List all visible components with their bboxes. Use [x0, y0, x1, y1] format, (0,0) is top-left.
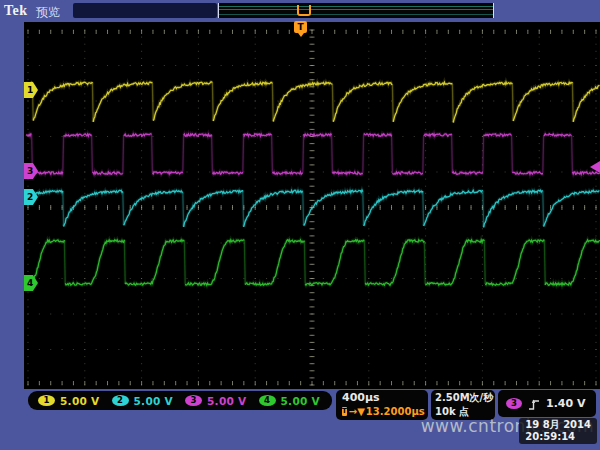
trigger-t-icon: T [342, 407, 347, 416]
channel-4-badge: 4 [259, 395, 276, 406]
record-view-trace-line [219, 14, 493, 15]
channel-readout-group: 2 5.00 V [112, 395, 186, 407]
trigger-readout-box: 3 1.40 V [498, 390, 596, 417]
bottom-status-bar: 1 5.00 V 2 5.00 V 3 5.00 V 4 5.00 V 400µ… [0, 389, 600, 450]
horizontal-readout-box: 400µs T →▼ 13.2000µs [336, 390, 428, 420]
top-status-bar: Tek 预览 [0, 0, 600, 22]
time-value: 20:59:14 [525, 431, 591, 443]
record-view-bar [218, 3, 494, 18]
readout-placeholder-box [73, 3, 217, 18]
trigger-position-flag: T [294, 21, 307, 33]
expansion-bracket-icon [297, 5, 311, 16]
date-value: 19 8月 2014 [525, 419, 591, 431]
channel-3-badge: 3 [185, 395, 202, 406]
sample-rate-value: 2.50M次/秒 [435, 391, 491, 405]
tek-logo: Tek [4, 3, 28, 19]
delay-value: 13.2000µs [366, 405, 425, 418]
channel-2-badge: 2 [112, 395, 129, 406]
channel-readout-group: 4 5.00 V [259, 395, 333, 407]
trigger-level-value: 1.40 V [546, 397, 585, 410]
rising-edge-slope-icon [528, 397, 540, 411]
record-view-trace-line [219, 6, 493, 7]
channel-1-badge: 1 [38, 395, 55, 406]
timebase-value: 400µs [342, 391, 422, 405]
channel-readout-group: 1 5.00 V [38, 395, 112, 407]
datetime-box: 19 8月 2014 20:59:14 [519, 418, 597, 444]
graticule-waveform-canvas [24, 22, 600, 389]
channel-2-scale: 5.00 V [134, 395, 174, 407]
delay-arrows-icon: →▼ [349, 405, 365, 418]
trigger-delay-readout: T →▼ 13.2000µs [342, 405, 422, 418]
trigger-source-badge: 3 [506, 398, 522, 409]
oscilloscope-frame: Tek 预览 T 1 3 2 4 1 5.00 V 2 5.00 V [0, 0, 600, 450]
channel-4-scale: 5.00 V [281, 395, 321, 407]
channel-1-scale: 5.00 V [60, 395, 100, 407]
display-area: T 1 3 2 4 [0, 22, 600, 389]
channel-3-scale: 5.00 V [207, 395, 247, 407]
acquisition-mode-label: 预览 [36, 4, 60, 21]
channel-readout-pill: 1 5.00 V 2 5.00 V 3 5.00 V 4 5.00 V [28, 391, 332, 410]
record-view-trace-line [219, 9, 493, 10]
channel-readout-group: 3 5.00 V [185, 395, 259, 407]
